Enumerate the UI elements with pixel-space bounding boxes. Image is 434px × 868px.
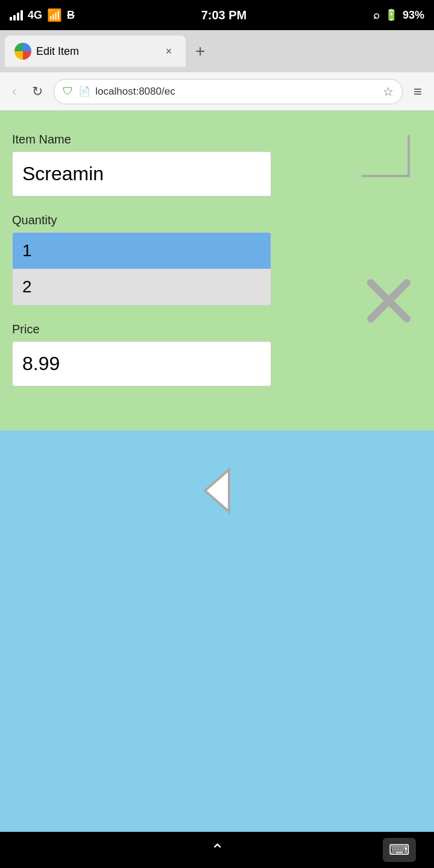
keyboard-icon[interactable]: ⌨ bbox=[383, 838, 416, 862]
status-time: 7:03 PM bbox=[201, 8, 247, 22]
refresh-button[interactable]: ↻ bbox=[27, 81, 48, 102]
location-icon: ⌕ bbox=[373, 9, 380, 22]
tab-title: Edit Item bbox=[36, 45, 79, 58]
new-tab-button[interactable]: + bbox=[190, 39, 210, 63]
back-chevron-icon[interactable] bbox=[193, 467, 241, 515]
quantity-list: 1 2 bbox=[12, 232, 271, 306]
status-bar: 4G 📶 B 7:03 PM ⌕ 🔋 93% bbox=[0, 0, 434, 30]
bluetooth-icon: B bbox=[67, 9, 75, 22]
battery-level: 93% bbox=[403, 9, 424, 22]
tab-close-button[interactable]: × bbox=[162, 44, 176, 58]
corner-bracket-icon bbox=[362, 135, 410, 177]
tab-favicon bbox=[14, 43, 31, 60]
network-type: 4G bbox=[28, 9, 42, 22]
status-right: ⌕ 🔋 93% bbox=[373, 8, 424, 22]
tab-bar: Edit Item × + bbox=[0, 30, 434, 72]
wifi-icon: 📶 bbox=[47, 8, 62, 22]
quantity-option-1[interactable]: 1 bbox=[13, 233, 271, 269]
item-name-input[interactable] bbox=[12, 151, 271, 197]
browser-tab[interactable]: Edit Item × bbox=[5, 36, 186, 67]
back-button[interactable]: ‹ bbox=[7, 81, 21, 102]
shield-icon: 🛡 bbox=[63, 85, 74, 98]
home-indicator[interactable]: ⌃ bbox=[210, 840, 224, 860]
menu-button[interactable]: ≡ bbox=[409, 81, 427, 102]
nav-bar: ‹ ↻ 🛡 📄 localhost:8080/ec ☆ ≡ bbox=[0, 72, 434, 111]
bottom-bar: ⌃ ⌨ bbox=[0, 832, 434, 868]
address-text: localhost:8080/ec bbox=[95, 86, 175, 98]
price-input[interactable] bbox=[12, 341, 271, 386]
price-label: Price bbox=[12, 322, 422, 336]
clear-icon[interactable] bbox=[362, 274, 416, 328]
page-icon: 📄 bbox=[78, 86, 90, 97]
quantity-option-2[interactable]: 2 bbox=[13, 269, 271, 305]
item-name-label: Item Name bbox=[12, 133, 422, 146]
content-area: Item Name Quantity 1 2 Price bbox=[0, 111, 434, 430]
signal-icon bbox=[10, 10, 23, 20]
address-bar[interactable]: 🛡 📄 localhost:8080/ec ☆ bbox=[54, 79, 403, 104]
quantity-label: Quantity bbox=[12, 213, 422, 227]
blue-area bbox=[0, 430, 434, 828]
svg-marker-2 bbox=[205, 470, 229, 512]
status-left: 4G 📶 B bbox=[10, 8, 75, 22]
battery-icon: 🔋 bbox=[385, 8, 398, 22]
bookmark-icon[interactable]: ☆ bbox=[383, 84, 394, 99]
